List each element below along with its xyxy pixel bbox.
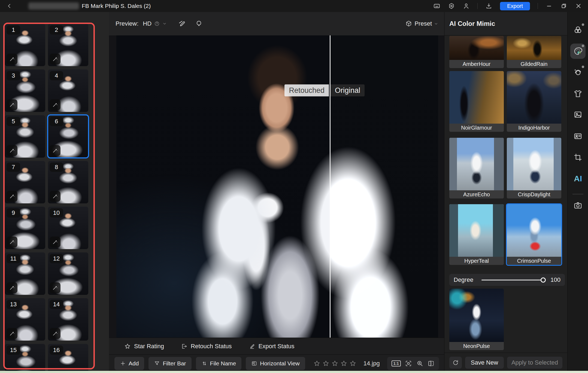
camera-icon[interactable]: [573, 201, 583, 210]
preset-tile-azureecho[interactable]: AzureEcho: [449, 138, 504, 198]
info-icon[interactable]: [154, 21, 160, 26]
thumbnail-item-8[interactable]: 8: [48, 161, 88, 203]
thumbnail-item-15[interactable]: 15: [5, 344, 45, 373]
thumbnail-item-10[interactable]: 10: [48, 207, 88, 249]
thumbnail-panel: 1 2 3 4 5 6 7 8 9 10 11 12 13 14 15 16: [0, 12, 109, 373]
preset-name: CrispDaylight: [507, 190, 561, 198]
file-name-sort-button[interactable]: File Name: [196, 357, 242, 370]
chevron-down-icon[interactable]: [162, 22, 167, 26]
id-card-icon[interactable]: [573, 132, 583, 141]
preset-tile-hyperteal[interactable]: HyperTeal: [449, 204, 504, 265]
user-icon[interactable]: [463, 2, 470, 10]
degree-slider-thumb[interactable]: [541, 277, 546, 283]
gear-icon[interactable]: [448, 2, 455, 10]
preview-header: Preview: HD: [109, 12, 444, 36]
filter-bar-button[interactable]: Filter Bar: [148, 357, 191, 370]
wand-icon: [7, 328, 17, 339]
thumbnail-item-1[interactable]: 1: [5, 24, 45, 66]
degree-label: Degree: [454, 276, 473, 283]
star-rating-toggle[interactable]: Star Rating: [124, 343, 164, 350]
balloon-icon[interactable]: [195, 20, 203, 27]
thumbnail-item-12[interactable]: 12: [48, 252, 88, 295]
thumbnail-item-7[interactable]: 7: [5, 161, 45, 203]
keyboard-icon[interactable]: [433, 2, 440, 10]
compare-photo[interactable]: Retouched Original: [116, 35, 438, 338]
download-icon[interactable]: [485, 2, 492, 10]
thumbnail-number-badge: 1: [7, 25, 20, 35]
filter-bar-label: Filter Bar: [163, 360, 186, 367]
thumbnail-item-4[interactable]: 4: [48, 69, 88, 112]
thumbnail-item-6-selected[interactable]: 6: [48, 115, 88, 158]
horizontal-view-label: Horizontal View: [260, 360, 300, 367]
minimize-icon[interactable]: [545, 2, 553, 10]
preset-dropdown[interactable]: Preset: [405, 20, 444, 27]
image-icon[interactable]: [573, 110, 583, 119]
star-icon[interactable]: [322, 360, 329, 367]
thumbnail-item-2[interactable]: 2: [48, 24, 88, 66]
retouched-badge: Retouched: [284, 84, 329, 96]
face-retouch-icon[interactable]: [573, 68, 583, 77]
preset-name: CrimsonPulse: [507, 257, 561, 265]
thumbnail-number-badge: 4: [50, 71, 63, 80]
wand-icon: [7, 282, 17, 293]
wand-icon: [7, 54, 17, 65]
preset-tile-crispdaylight[interactable]: CrispDaylight: [507, 138, 561, 198]
degree-slider[interactable]: [481, 280, 543, 280]
export-button[interactable]: Export: [500, 2, 530, 10]
zoom-ratio-button[interactable]: 1:1: [392, 360, 401, 366]
zoom-in-icon[interactable]: [416, 360, 423, 367]
thumbnail-item-13[interactable]: 13: [5, 298, 45, 341]
preset-thumbnail: [449, 36, 504, 60]
star-icon[interactable]: [313, 360, 320, 367]
thumbnail-item-9[interactable]: 9: [5, 207, 45, 249]
preset-tile-amberhour[interactable]: AmberHour: [449, 36, 504, 68]
thumbnail-number-badge: 16: [50, 346, 63, 355]
apply-to-selected-button[interactable]: Apply to Selected: [507, 357, 562, 369]
wand-icon: [7, 99, 17, 110]
refresh-button[interactable]: [449, 357, 462, 369]
export-status-toggle[interactable]: Export Status: [249, 343, 295, 350]
thumbnail-item-14[interactable]: 14: [48, 298, 88, 341]
horizontal-view-button[interactable]: Horizontal View: [246, 357, 305, 370]
panel-title: AI Color Mimic: [444, 12, 568, 35]
close-icon[interactable]: [575, 2, 582, 10]
window-title: FB Mark Philip S. Dales (2): [82, 0, 151, 12]
preset-tile-indigoharbor[interactable]: IndigoHarbor: [507, 71, 561, 132]
badge-dot: [582, 45, 584, 47]
save-new-button[interactable]: Save New: [465, 357, 504, 369]
shirt-icon[interactable]: [573, 89, 583, 98]
preset-name: GildedRain: [507, 60, 561, 68]
app-window: FB Mark Philip S. Dales (2) Export: [0, 0, 588, 373]
compare-divider-handle[interactable]: [330, 35, 331, 338]
thumbnail-item-5[interactable]: 5: [5, 115, 45, 158]
preset-tile-neonpulse[interactable]: NeonPulse: [449, 289, 504, 350]
brush-slash-icon[interactable]: [178, 20, 186, 28]
retouch-status-label: Retouch Status: [191, 343, 232, 350]
thumbnail-number-badge: 10: [50, 208, 63, 218]
preview-quality-control[interactable]: Preview: HD: [109, 20, 167, 27]
ai-icon[interactable]: AI: [568, 174, 588, 183]
wand-icon: [50, 282, 60, 293]
retouch-status-toggle[interactable]: Retouch Status: [181, 343, 232, 350]
add-button[interactable]: Add: [114, 357, 144, 370]
back-icon[interactable]: [7, 3, 13, 9]
preview-quality-value: HD: [143, 20, 151, 27]
titlebar-actions: Export: [433, 0, 588, 12]
thumbnail-item-3[interactable]: 3: [5, 69, 45, 112]
star-icon[interactable]: [331, 360, 338, 367]
star-icon[interactable]: [349, 360, 356, 367]
preset-tile-noirglamour[interactable]: NoirGlamour: [449, 71, 504, 132]
fit-screen-icon[interactable]: [405, 360, 412, 367]
maximize-icon[interactable]: [560, 2, 567, 10]
compare-view-icon[interactable]: [428, 360, 435, 367]
color-circles-icon[interactable]: [573, 25, 583, 35]
thumbnail-item-16[interactable]: 16: [48, 344, 88, 373]
preset-tile-gildedrain[interactable]: GildedRain: [507, 36, 561, 68]
palette-ai-badge: AI: [577, 50, 581, 54]
palette-ai-icon[interactable]: AI: [573, 47, 583, 56]
preview-workspace: Preview: HD: [109, 12, 444, 373]
star-icon[interactable]: [340, 360, 347, 367]
thumbnail-item-11[interactable]: 11: [5, 252, 45, 295]
crop-icon[interactable]: [573, 153, 583, 162]
preset-tile-crimsonpulse-selected[interactable]: CrimsonPulse: [507, 204, 561, 265]
